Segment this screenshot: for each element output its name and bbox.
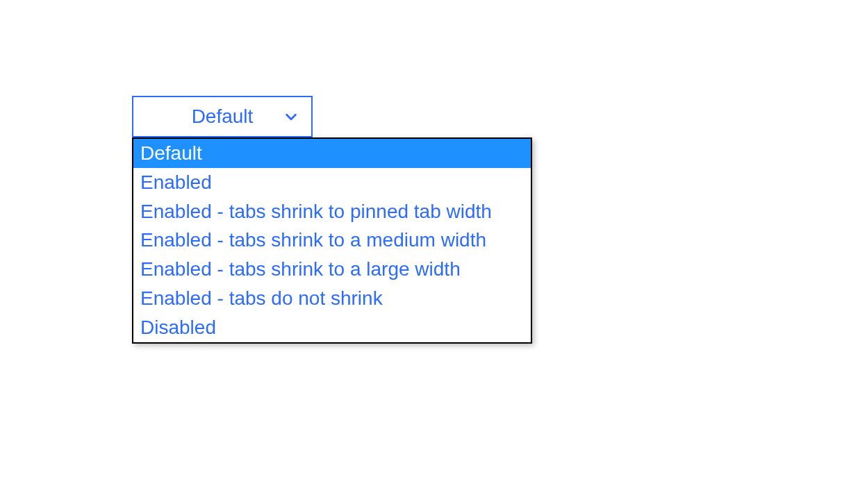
- dropdown-container: Default Default Enabled Enabled - tabs s…: [132, 96, 313, 137]
- dropdown-option-enabled-noshrink[interactable]: Enabled - tabs do not shrink: [133, 284, 531, 313]
- dropdown-option-default[interactable]: Default: [133, 139, 531, 168]
- dropdown-option-enabled-pinned[interactable]: Enabled - tabs shrink to pinned tab widt…: [133, 197, 531, 226]
- dropdown-listbox: Default Enabled Enabled - tabs shrink to…: [132, 137, 532, 344]
- dropdown-option-enabled-medium[interactable]: Enabled - tabs shrink to a medium width: [133, 226, 531, 255]
- dropdown-option-enabled-large[interactable]: Enabled - tabs shrink to a large width: [133, 255, 531, 284]
- dropdown-selected-label: Default: [192, 106, 254, 128]
- dropdown-option-disabled[interactable]: Disabled: [133, 313, 531, 342]
- dropdown-option-enabled[interactable]: Enabled: [133, 168, 531, 197]
- dropdown-select[interactable]: Default: [132, 96, 313, 137]
- chevron-down-icon: [283, 109, 299, 124]
